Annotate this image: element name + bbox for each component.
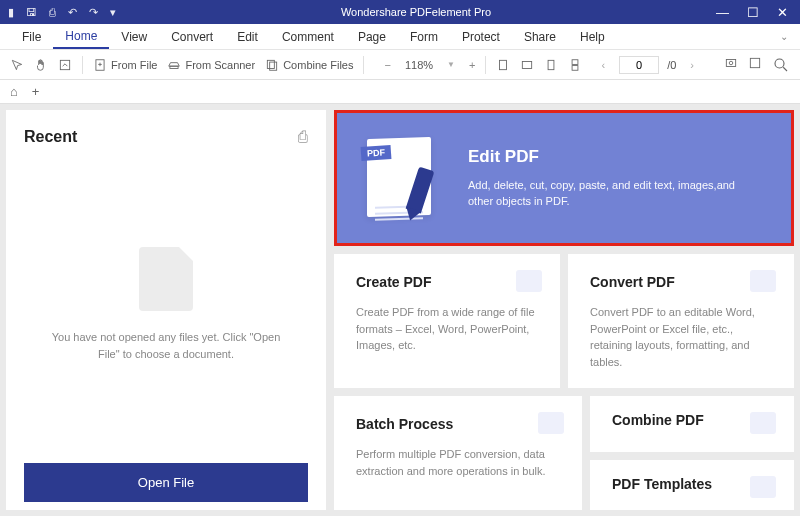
batch-process-card[interactable]: Batch Process Perform multiple PDF conve… [334,396,582,510]
tab-strip: ⌂ + [0,80,800,104]
convert-pdf-card[interactable]: Convert PDF Convert PDF to an editable W… [568,254,794,388]
menu-view[interactable]: View [109,26,159,48]
create-pdf-title: Create PDF [356,274,538,290]
recent-title: Recent [24,128,77,146]
zoom-out-button[interactable]: − [384,59,390,71]
combine-pdf-icon [750,412,776,434]
window-title: Wondershare PDFelement Pro [116,6,716,18]
combine-files-button[interactable]: Combine Files [265,58,353,72]
pdf-templates-icon [750,476,776,498]
prev-page-button[interactable]: ‹ [595,59,611,71]
batch-process-icon [538,412,564,434]
action-cards: PDF Edit PDF Add, delete, cut, copy, pas… [334,110,794,510]
menu-home[interactable]: Home [53,25,109,49]
svg-rect-9 [572,65,578,70]
content-area: Recent ⎙ You have not opened any files y… [0,104,800,516]
svg-rect-8 [572,59,578,64]
pdf-templates-card[interactable]: PDF Templates [590,460,794,510]
svg-point-13 [775,59,784,68]
page-total: /0 [667,59,676,71]
convert-pdf-icon [750,270,776,292]
create-pdf-desc: Create PDF from a wide range of file for… [356,304,538,354]
edit-pdf-desc: Add, delete, cut, copy, paste, and edit … [468,177,761,210]
svg-rect-12 [750,58,759,67]
svg-rect-0 [60,60,69,69]
from-file-button[interactable]: From File [93,58,157,72]
redo-icon[interactable]: ↷ [89,6,98,19]
edit-tool-icon[interactable] [58,58,72,72]
save-icon[interactable]: 🖫 [26,6,37,18]
toolbar: From File From Scanner Combine Files − 1… [0,50,800,80]
menu-page[interactable]: Page [346,26,398,48]
new-tab-button[interactable]: + [32,84,40,99]
close-icon[interactable]: ✕ [777,5,788,20]
dropdown-icon[interactable]: ▾ [110,6,116,19]
select-tool-icon[interactable] [10,58,24,72]
menu-share[interactable]: Share [512,26,568,48]
menu-file[interactable]: File [10,26,53,48]
collapse-ribbon-icon[interactable]: ⌄ [780,31,800,42]
recent-options-icon[interactable]: ⎙ [298,128,308,146]
bookmark-panel-icon[interactable] [748,56,762,74]
menu-bar: File Home View Convert Edit Comment Page… [0,24,800,50]
from-scanner-button[interactable]: From Scanner [167,58,255,72]
home-tab-icon[interactable]: ⌂ [10,84,18,99]
separator [82,56,83,74]
edit-pdf-card[interactable]: PDF Edit PDF Add, delete, cut, copy, pas… [334,110,794,246]
menu-comment[interactable]: Comment [270,26,346,48]
combine-pdf-title: Combine PDF [612,412,772,428]
app-logo-icon[interactable]: ▮ [8,6,14,19]
fit-page-icon[interactable] [496,58,510,72]
svg-rect-6 [523,61,532,68]
separator [363,56,364,74]
fit-width-icon[interactable] [520,58,534,72]
single-page-icon[interactable] [544,58,558,72]
svg-rect-7 [548,60,554,69]
svg-rect-3 [267,60,274,68]
minimize-icon[interactable]: — [716,5,729,20]
pdf-badge: PDF [361,145,392,161]
hand-tool-icon[interactable] [34,58,48,72]
zoom-in-button[interactable]: + [469,59,475,71]
page-input[interactable] [619,56,659,74]
convert-pdf-title: Convert PDF [590,274,772,290]
separator [485,56,486,74]
combine-pdf-card[interactable]: Combine PDF [590,396,794,452]
menu-help[interactable]: Help [568,26,617,48]
svg-point-11 [729,61,733,65]
screenshot-icon[interactable] [724,56,738,74]
zoom-dropdown-icon[interactable]: ▼ [447,60,455,69]
svg-rect-2 [170,66,178,68]
menu-form[interactable]: Form [398,26,450,48]
open-file-button[interactable]: Open File [24,463,308,502]
search-icon[interactable] [772,56,790,74]
file-plus-icon [93,58,107,72]
create-pdf-card[interactable]: Create PDF Create PDF from a wide range … [334,254,560,388]
batch-process-title: Batch Process [356,416,560,432]
svg-rect-4 [270,62,277,70]
combine-icon [265,58,279,72]
pdf-templates-title: PDF Templates [612,476,772,492]
empty-doc-icon [139,247,193,311]
edit-pdf-illustration: PDF [367,138,438,218]
create-pdf-icon [516,270,542,292]
menu-convert[interactable]: Convert [159,26,225,48]
recent-panel: Recent ⎙ You have not opened any files y… [6,110,326,510]
batch-process-desc: Perform multiple PDF conversion, data ex… [356,446,560,479]
next-page-button[interactable]: › [684,59,700,71]
print-icon[interactable]: ⎙ [49,6,56,18]
from-scanner-label: From Scanner [185,59,255,71]
combine-files-label: Combine Files [283,59,353,71]
menu-protect[interactable]: Protect [450,26,512,48]
from-file-label: From File [111,59,157,71]
menu-edit[interactable]: Edit [225,26,270,48]
undo-icon[interactable]: ↶ [68,6,77,19]
edit-pdf-title: Edit PDF [468,147,761,167]
svg-rect-10 [726,59,735,66]
svg-rect-5 [500,60,507,69]
maximize-icon[interactable]: ☐ [747,5,759,20]
continuous-page-icon[interactable] [568,58,582,72]
recent-empty-text: You have not opened any files yet. Click… [44,329,288,362]
zoom-value[interactable]: 118% [405,59,433,71]
title-bar: ▮ 🖫 ⎙ ↶ ↷ ▾ Wondershare PDFelement Pro —… [0,0,800,24]
